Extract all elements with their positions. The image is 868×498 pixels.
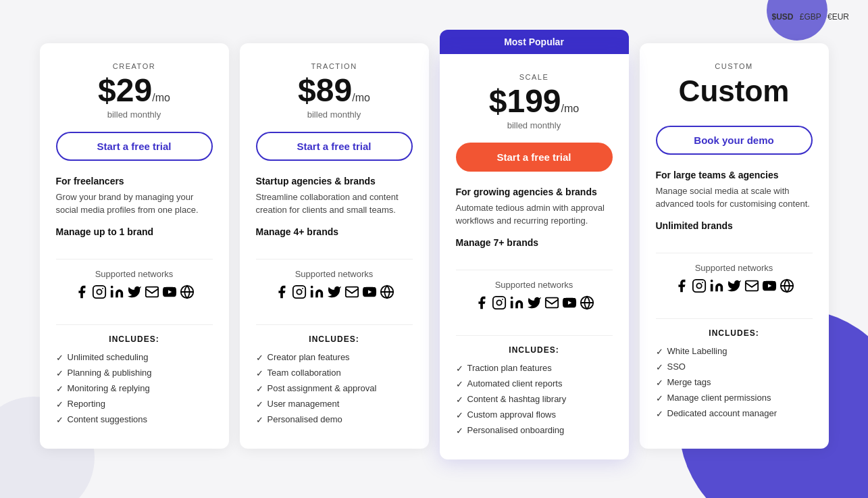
svg-point-22 <box>696 283 701 288</box>
feature-text: Automated client reports <box>467 378 563 389</box>
feature-text: Monitoring & replying <box>68 383 150 393</box>
divider <box>256 324 413 325</box>
svg-point-1 <box>97 289 101 294</box>
svg-rect-11 <box>345 287 357 297</box>
plan-desc-body-creator: Grow your brand by managing your social … <box>56 191 213 217</box>
network-icon-yt <box>162 284 177 303</box>
divider <box>456 270 613 270</box>
network-icon-li <box>109 284 124 303</box>
features-list-custom: ✓White Labelling✓SSO✓Merge tags✓Manage c… <box>656 346 813 424</box>
feature-item: ✓White Labelling <box>656 346 813 357</box>
check-icon: ✓ <box>256 415 263 425</box>
feature-item: ✓Merge tags <box>656 377 813 388</box>
features-list-traction: ✓Creator plan features✓Team collaboratio… <box>256 352 413 430</box>
plan-billed-creator: billed monthly <box>107 109 161 120</box>
includes-label-traction: INCLUDES: <box>309 334 359 344</box>
network-icons-creator <box>74 284 195 303</box>
feature-item: ✓Content & hashtag library <box>456 394 613 405</box>
check-icon: ✓ <box>656 378 663 388</box>
svg-point-24 <box>710 279 713 282</box>
currency-usd[interactable]: $USD <box>771 12 793 22</box>
svg-rect-4 <box>145 287 157 297</box>
features-list-scale: ✓Traction plan features✓Automated client… <box>456 363 613 441</box>
plan-brands-creator: Manage up to 1 brand <box>56 226 154 237</box>
popular-plan-wrapper: Most PopularSCALE$199/mobilled monthlySt… <box>434 30 634 462</box>
divider <box>56 324 213 325</box>
svg-point-17 <box>510 296 513 299</box>
svg-point-3 <box>110 285 113 288</box>
feature-item: ✓Team collaboration <box>256 368 413 378</box>
check-icon: ✓ <box>256 368 263 378</box>
cta-button-creator[interactable]: Start a free trial <box>56 132 213 161</box>
plan-label-scale: SCALE <box>519 73 549 81</box>
plan-label-custom: CUSTOM <box>715 62 752 70</box>
plan-desc-body-custom: Manage social media at scale with advanc… <box>656 184 813 211</box>
plan-price-traction: $89/mo <box>298 74 370 107</box>
feature-item: ✓Personalised demo <box>256 414 413 425</box>
feature-text: Creator plan features <box>267 352 350 362</box>
network-icon-tw <box>327 284 342 303</box>
feature-item: ✓Monitoring & replying <box>56 383 213 394</box>
plan-billed-traction: billed monthly <box>307 109 361 120</box>
divider <box>456 335 613 336</box>
supported-label-scale: Supported networks <box>495 280 573 290</box>
feature-text: Reporting <box>68 399 105 409</box>
feature-item: ✓Content suggestions <box>56 414 213 425</box>
svg-rect-18 <box>545 297 557 307</box>
feature-text: Traction plan features <box>467 363 552 373</box>
pricing-container: CREATOR$29/mobilled monthlyStart a free … <box>28 16 841 482</box>
plan-price-row-traction: $89/mo <box>298 74 370 107</box>
feature-text: User management <box>267 399 340 409</box>
currency-gbp[interactable]: £GBP <box>800 12 821 22</box>
network-icon-ig <box>292 284 307 303</box>
svg-point-23 <box>702 282 703 283</box>
network-icon-li <box>709 278 724 297</box>
feature-item: ✓Automated client reports <box>456 378 613 389</box>
network-icon-wp <box>580 295 594 314</box>
network-icon-fb <box>274 284 289 303</box>
check-icon: ✓ <box>656 347 663 357</box>
network-icon-fb <box>74 284 89 303</box>
network-icon-yt <box>562 295 577 314</box>
feature-item: ✓Custom approval flows <box>456 409 613 420</box>
cta-button-scale[interactable]: Start a free trial <box>456 143 613 172</box>
supported-label-custom: Supported networks <box>695 263 773 273</box>
network-icon-tw <box>127 284 142 303</box>
plan-desc-title-custom: For large teams & agencies <box>656 170 779 180</box>
currency-selector: $USD £GBP €EUR <box>767 12 849 22</box>
feature-text: Personalised demo <box>267 414 342 424</box>
currency-eur[interactable]: €EUR <box>827 12 849 22</box>
supported-label-traction: Supported networks <box>295 269 374 279</box>
feature-text: Merge tags <box>667 377 711 387</box>
feature-item: ✓User management <box>256 399 413 409</box>
check-icon: ✓ <box>56 368 63 378</box>
plan-brands-custom: Unlimited brands <box>656 220 733 231</box>
plan-label-creator: CREATOR <box>113 62 155 70</box>
feature-text: Custom approval flows <box>467 409 557 420</box>
svg-point-10 <box>310 285 313 288</box>
feature-text: Post assignment & approval <box>267 383 377 393</box>
network-icon-tw <box>527 295 542 314</box>
network-icon-yt <box>762 278 777 297</box>
cta-button-custom[interactable]: Book your demo <box>656 126 813 155</box>
plan-desc-title-creator: For freelancers <box>56 176 124 186</box>
feature-item: ✓Manage client permissions <box>656 393 813 403</box>
plan-billed-scale: billed monthly <box>507 120 561 130</box>
network-icon-fb <box>474 295 489 314</box>
divider <box>56 259 213 259</box>
check-icon: ✓ <box>56 415 63 425</box>
network-icon-ig <box>492 295 507 314</box>
check-icon: ✓ <box>256 399 263 409</box>
svg-rect-25 <box>745 280 757 291</box>
plan-card-custom: CUSTOMCustomBook your demoFor large team… <box>640 43 829 449</box>
network-icon-gm <box>344 284 359 303</box>
cta-button-traction[interactable]: Start a free trial <box>256 132 413 161</box>
features-list-creator: ✓Unlimited scheduling✓Planning & publish… <box>56 352 213 430</box>
feature-text: Dedicated account manager <box>667 408 777 418</box>
feature-item: ✓Creator plan features <box>256 352 413 363</box>
network-icons-custom <box>674 278 794 297</box>
includes-label-custom: INCLUDES: <box>709 328 759 338</box>
check-icon: ✓ <box>656 409 663 419</box>
plan-card-traction: TRACTION$89/mobilled monthlyStart a free… <box>240 43 429 449</box>
network-icon-ig <box>92 284 107 303</box>
